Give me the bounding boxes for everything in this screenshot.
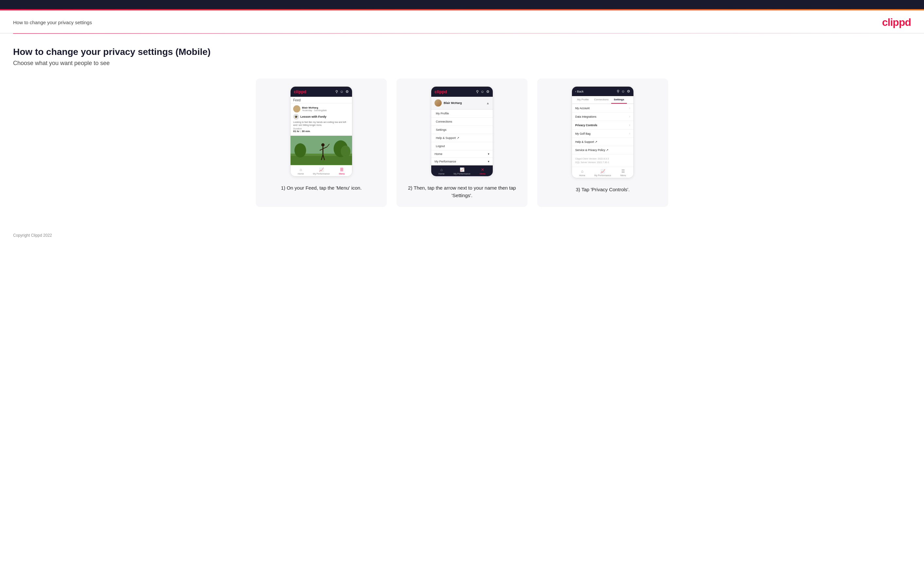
phone-2-topbar: clippd ⚲ ☺ ⚙	[431, 87, 493, 97]
phone-2-menu-connections[interactable]: Connections	[431, 118, 493, 126]
chevron-right-icon: ›	[629, 106, 630, 110]
phone-2-user-header[interactable]: Blair McHarg ▲	[431, 97, 493, 110]
home-icon-3: ⌂	[581, 169, 583, 174]
phone-3-menu-tab[interactable]: ☰ Menu	[613, 169, 633, 177]
settings-icon-2[interactable]: ⚙	[486, 90, 489, 94]
step-1-card: clippd ⚲ ☺ ⚙ Feed Blair McHarg Ye	[256, 79, 387, 207]
settings-icon-3[interactable]: ⚙	[627, 89, 630, 93]
search-icon[interactable]: ⚲	[335, 90, 338, 94]
menu-label: Menu	[339, 172, 345, 175]
header-title: How to change your privacy settings	[13, 19, 92, 25]
phone-3-home-tab[interactable]: ⌂ Home	[572, 169, 593, 177]
settings-help-support[interactable]: Help & Support ↗	[572, 138, 633, 146]
phone-3-mockup: ‹ Back ⚲ ☺ ⚙ My Profile Connections Sett…	[572, 86, 634, 178]
phone-3-icons: ⚲ ☺ ⚙	[617, 89, 630, 93]
header: How to change your privacy settings clip…	[0, 10, 924, 33]
phone-1-user-sub: Yesterday · Sunningdale	[302, 109, 327, 111]
menu-icon: ☰	[340, 168, 344, 172]
performance-label-2: My Performance	[454, 172, 470, 175]
close-icon: ✕	[481, 168, 484, 172]
phone-1-mockup: clippd ⚲ ☺ ⚙ Feed Blair McHarg Ye	[290, 86, 352, 177]
phone-1-duration-label: Duration	[293, 127, 349, 130]
performance-label-3: My Performance	[594, 174, 611, 177]
svg-point-6	[321, 143, 325, 147]
phone-1-lesson-title: Lesson with Fordy	[300, 115, 326, 118]
tab-myprofile[interactable]: My Profile	[575, 96, 591, 104]
phone-1-lesson-icon: 🎓	[293, 114, 299, 120]
settings-myaccount[interactable]: My Account ›	[572, 104, 633, 113]
step-2-card: clippd ⚲ ☺ ⚙ Blair McHarg ▲ My P	[397, 79, 527, 207]
phone-1-home-tab[interactable]: ⌂ Home	[291, 168, 311, 175]
phone-2-nav-home[interactable]: Home ▾	[431, 150, 493, 158]
phone-3-back-button[interactable]: ‹ Back	[575, 90, 584, 93]
phone-2-logo: clippd	[435, 89, 447, 94]
phone-1-lesson-row: 🎓 Lesson with Fordy	[293, 114, 349, 120]
privacy-controls-label: Privacy Controls	[575, 124, 598, 127]
settings-data-integrations[interactable]: Data Integrations ›	[572, 113, 633, 121]
version-client: Clippd Client Version: 2022.8.3-3	[575, 157, 630, 161]
phone-2-user-left: Blair McHarg	[435, 99, 462, 106]
phone-1-user-row: Blair McHarg Yesterday · Sunningdale	[293, 105, 349, 113]
phone-1-logo: clippd	[294, 89, 306, 94]
home-label-2: Home	[438, 172, 445, 175]
svg-point-5	[341, 145, 351, 157]
phone-2-mockup: clippd ⚲ ☺ ⚙ Blair McHarg ▲ My P	[431, 86, 493, 177]
phone-1-avatar	[293, 105, 300, 113]
phone-1-golf-image	[291, 136, 352, 165]
page-heading: How to change your privacy settings (Mob…	[13, 47, 911, 57]
svg-point-3	[294, 143, 306, 158]
tab-connections[interactable]: Connections	[591, 96, 611, 104]
phone-2-chevron-up[interactable]: ▲	[486, 102, 489, 105]
phone-1-duration-val: 01 hr : 30 min	[293, 130, 349, 133]
phone-2-nav-performance[interactable]: My Performance ▾	[431, 158, 493, 165]
footer: Copyright Clippd 2022	[0, 227, 924, 244]
settings-icon[interactable]: ⚙	[346, 90, 349, 94]
tab-settings[interactable]: Settings	[611, 96, 627, 104]
phone-1-menu-tab[interactable]: ☰ Menu	[331, 168, 352, 175]
phone-3-settings-list: My Account › Data Integrations › Privacy…	[572, 104, 633, 154]
golf-svg	[291, 136, 352, 165]
search-icon-3[interactable]: ⚲	[617, 89, 619, 93]
chevron-down-icon: ▾	[488, 152, 489, 156]
data-integrations-label: Data Integrations	[575, 115, 596, 118]
menu-label-2: Menu	[480, 172, 486, 175]
menu-label-3: Menu	[620, 174, 626, 177]
service-privacy-label: Service & Privacy Policy ↗	[575, 148, 609, 152]
phone-2-user-name: Blair McHarg	[444, 102, 462, 105]
phone-1-post: Blair McHarg Yesterday · Sunningdale 🎓 L…	[291, 103, 352, 136]
settings-service-privacy[interactable]: Service & Privacy Policy ↗	[572, 146, 633, 154]
performance-nav-label: My Performance	[435, 160, 456, 163]
settings-golf-bag[interactable]: My Golf Bag ›	[572, 129, 633, 138]
chart-icon-3: 📈	[600, 169, 605, 174]
settings-privacy-controls[interactable]: Privacy Controls ›	[572, 121, 633, 129]
phone-3-topbar: ‹ Back ⚲ ☺ ⚙	[572, 87, 633, 96]
logo: clippd	[882, 16, 911, 29]
user-icon-3[interactable]: ☺	[621, 89, 625, 93]
phone-1-icons: ⚲ ☺ ⚙	[335, 90, 349, 94]
phone-3-bottom-bar: ⌂ Home 📈 My Performance ☰ Menu	[572, 167, 633, 178]
phone-3-performance-tab[interactable]: 📈 My Performance	[593, 169, 613, 177]
menu-icon-3: ☰	[621, 169, 625, 174]
chevron-right-icon-4: ›	[629, 132, 630, 135]
phone-3-version-info: Clippd Client Version: 2022.8.3-3 GQL Se…	[572, 154, 633, 167]
chevron-right-icon-3: ›	[629, 123, 630, 127]
user-icon-2[interactable]: ☺	[481, 90, 484, 94]
step-3-card: ‹ Back ⚲ ☺ ⚙ My Profile Connections Sett…	[537, 79, 668, 207]
step-2-text: 2) Then, tap the arrow next to your name…	[404, 184, 520, 199]
phone-2-menu-settings[interactable]: Settings	[431, 126, 493, 134]
home-nav-label: Home	[435, 152, 443, 156]
phone-2-menu-myprofile[interactable]: My Profile	[431, 110, 493, 118]
top-bar	[0, 0, 924, 9]
copyright-text: Copyright Clippd 2022	[13, 233, 52, 238]
phone-1-performance-tab[interactable]: 📈 My Performance	[311, 168, 332, 175]
phone-2-home-tab[interactable]: ⌂ Home	[431, 168, 452, 175]
phone-2-performance-tab[interactable]: 📈 My Performance	[452, 168, 472, 175]
phone-2-menu-close[interactable]: ✕ Menu	[472, 168, 493, 175]
user-icon[interactable]: ☺	[340, 90, 344, 94]
phone-2-menu-logout[interactable]: Logout	[431, 142, 493, 150]
phone-1-user-info: Blair McHarg Yesterday · Sunningdale	[302, 106, 327, 111]
search-icon-2[interactable]: ⚲	[476, 90, 479, 94]
chart-icon: 📈	[319, 168, 324, 172]
phone-2-menu-help[interactable]: Help & Support ↗	[431, 134, 493, 142]
page-subheading: Choose what you want people to see	[13, 60, 911, 67]
